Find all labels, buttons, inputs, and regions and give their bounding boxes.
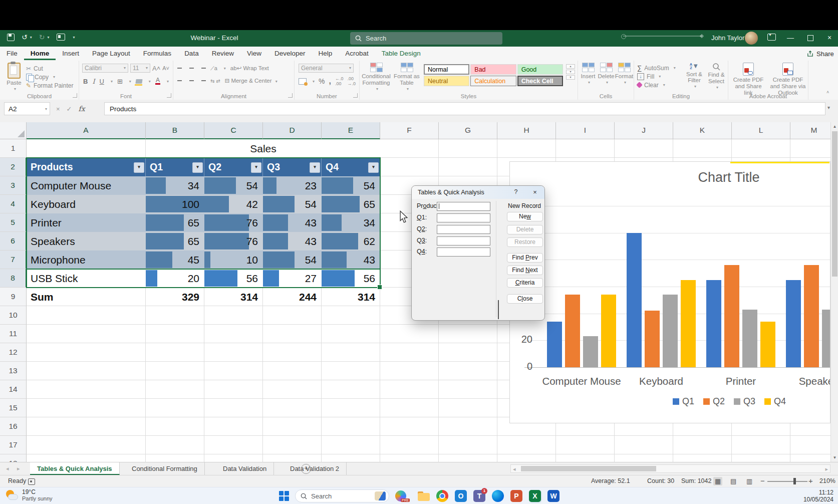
column-header-b[interactable]: B [146,122,204,139]
row-header-13[interactable]: 13 [0,362,27,380]
horizontal-scroll-thumb[interactable] [521,466,656,471]
column-header-e[interactable]: E [322,122,380,139]
font-dialog-launcher[interactable] [167,93,171,98]
formula-bar-expand-icon[interactable]: ▾ [827,105,830,110]
tab-developer[interactable]: Developer [268,47,312,60]
column-header-f[interactable]: F [380,122,439,139]
insert-cells-button[interactable]: Insert▾ [579,63,597,85]
cut-button[interactable]: ✂Cut [26,64,73,73]
wrap-text-button[interactable]: ab↩ Wrap Text [230,65,269,72]
app-powerpoint-icon[interactable]: P [510,490,523,503]
row-header-7[interactable]: 7 [0,250,27,269]
cell-value[interactable]: 54 [263,250,322,269]
tab-review[interactable]: Review [205,47,240,60]
cell-product-name[interactable]: Printer [27,213,146,232]
row-header-15[interactable]: 15 [0,399,27,417]
paste-button[interactable]: Paste▾ [4,63,24,92]
avatar[interactable] [745,32,758,45]
cell-value[interactable]: 54 [204,176,263,195]
row-header-9[interactable]: 9 [0,288,27,306]
vertical-scroll-thumb[interactable] [832,131,837,277]
filter-button-q2[interactable]: ▾ [251,162,261,173]
header-cell-q4[interactable]: Q4▾ [322,158,380,176]
filter-button-q1[interactable]: ▾ [192,162,203,173]
zoom-slider-track[interactable] [767,481,807,482]
dialog-input-q3[interactable] [437,236,490,245]
comma-style-icon[interactable]: , [329,77,331,86]
cell-value[interactable]: 45 [146,250,204,269]
cell-product-name[interactable]: Microphone [27,250,146,269]
styles-scroll-up-icon[interactable]: ▴ [566,64,575,69]
sort-filter-button[interactable]: AZ▼ Sort & Filter▾ [683,63,705,89]
cell-sum-value[interactable]: 314 [322,288,380,306]
tab-insert[interactable]: Insert [56,47,86,60]
cell-value[interactable]: 76 [204,232,263,250]
sheet-tab-tables-quick-analysis[interactable]: Tables & Quick Analysis [30,462,120,475]
dialog-input-q2[interactable] [437,225,490,234]
formula-input[interactable]: Products [104,102,825,115]
align-top-icon[interactable] [177,66,184,71]
normal-view-icon[interactable]: ▦ [713,477,722,485]
cell-value[interactable]: 56 [204,269,263,288]
column-header-c[interactable]: C [204,122,263,139]
accounting-format-icon[interactable] [299,78,307,85]
table-row-speakers[interactable]: Speakers65764362 [27,232,380,250]
cell-value[interactable]: 43 [322,250,380,269]
table-row-usb-stick[interactable]: USB Stick20562756 [27,269,380,288]
decrease-font-icon[interactable]: A˅ [162,65,169,71]
orientation-icon[interactable]: ⟋a [210,65,217,72]
undo-button[interactable]: ↺ [22,33,28,41]
cell-value[interactable]: 20 [146,269,204,288]
tab-table-design[interactable]: Table Design [375,47,427,60]
cell-product-name[interactable]: Keyboard [27,195,146,213]
dialog-button-new[interactable]: New [507,212,543,221]
table-row-computer-mouse[interactable]: Computer Mouse34542354 [27,176,380,195]
align-right-icon[interactable] [199,78,206,83]
header-cell-q1[interactable]: Q1▾ [146,158,204,176]
row-header-10[interactable]: 10 [0,306,27,325]
scroll-right-icon[interactable]: ▸ [825,465,828,473]
worksheet[interactable]: ABCDEFGHIJKLM 12345678910111213141516171… [0,122,838,462]
increase-decimal-icon[interactable]: ←.0.00 [335,76,344,86]
cell-value[interactable]: 34 [146,176,204,195]
filter-button-products[interactable]: ▾ [134,162,144,173]
style-bad[interactable]: Bad [470,64,516,75]
column-header-j[interactable]: J [615,122,673,139]
format-painter-button[interactable]: ✎Format Painter [26,81,73,90]
clipboard-dialog-launcher[interactable] [73,93,77,98]
style-good[interactable]: Good [517,64,563,75]
cell-value[interactable]: 34 [322,213,380,232]
cell-value[interactable]: 23 [263,176,322,195]
cell-value[interactable]: 27 [263,269,322,288]
row-header-4[interactable]: 4 [0,195,27,213]
taskbar-search[interactable]: Search [295,489,389,502]
weather-widget[interactable]: 19°C Partly sunny [5,488,53,501]
cancel-icon[interactable]: × [56,105,60,113]
dialog-button-criteria[interactable]: Criteria [507,278,543,288]
column-header-g[interactable]: G [439,122,497,139]
zoom-in-icon[interactable]: + [808,476,813,485]
chart-title[interactable]: Chart Title [579,170,830,185]
column-header-d[interactable]: D [263,122,322,139]
page-break-view-icon[interactable]: ▥ [746,477,752,485]
conditional-formatting-button[interactable]: Conditional Formatting▾ [361,63,392,92]
table-row-printer[interactable]: Printer65764334 [27,213,380,232]
sheet-tab-data-validation-2[interactable]: Data Validation 2 [283,462,347,475]
tab-view[interactable]: View [240,47,268,60]
table-row-microphone[interactable]: Microphone45105443 [27,250,380,269]
sheet-nav-prev-icon[interactable]: ◂ [6,462,9,475]
fill-button[interactable]: ↓Fill▾ [637,72,676,81]
cell-sum-label[interactable]: Sum [27,288,146,306]
page-layout-view-icon[interactable]: ▤ [730,477,736,485]
autosum-button[interactable]: ∑AutoSum▾ [637,64,676,72]
styles-more-icon[interactable]: ▾ [566,75,575,80]
sales-title-cell[interactable]: Sales [146,139,380,157]
format-cells-button[interactable]: Format▾ [615,63,633,85]
zoom-level[interactable]: 210% [819,477,835,484]
dialog-button-close[interactable]: Close [507,294,543,304]
insert-function-icon[interactable]: fx [79,105,85,113]
cell-product-name[interactable]: Speakers [27,232,146,250]
legend-item-q3[interactable]: Q3 [734,396,755,407]
row-header-14[interactable]: 14 [0,380,27,399]
align-center-icon[interactable] [188,78,195,83]
